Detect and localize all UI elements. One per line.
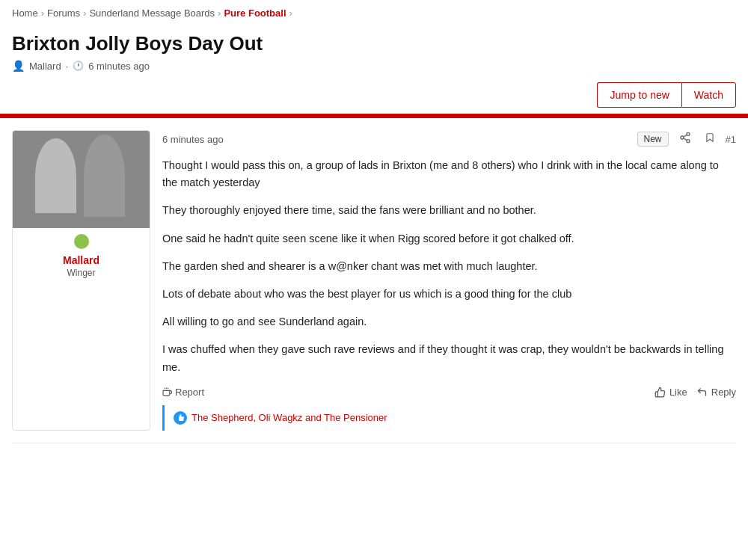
post-actions-right: New #1 [637, 130, 736, 148]
post-footer: Report Like [162, 387, 736, 398]
post-paragraph-4: The garden shed and shearer is a w@nker … [162, 258, 736, 275]
post-footer-left: Report [162, 387, 204, 398]
breadcrumb-sep-4: › [289, 7, 292, 19]
post-timestamp: 6 minutes ago [162, 134, 224, 145]
online-dot [74, 234, 89, 249]
post-content: 6 minutes ago New [162, 130, 736, 431]
report-button[interactable]: Report [162, 387, 204, 398]
breadcrumb: Home › Forums › Sunderland Message Board… [0, 0, 748, 26]
breadcrumb-forums[interactable]: Forums [47, 7, 80, 19]
username[interactable]: Mallard [63, 254, 99, 266]
online-badge [74, 234, 89, 251]
bookmark-button[interactable] [702, 130, 718, 148]
post-number: #1 [726, 134, 736, 145]
breadcrumb-sunderland[interactable]: Sunderland Message Boards [89, 7, 215, 19]
user-icon: 👤 [12, 60, 25, 72]
liked-by-strip: The Shepherd, Oli Wagkz and The Pensione… [162, 405, 736, 431]
like-blue-icon [174, 411, 187, 425]
like-button[interactable]: Like [654, 387, 687, 398]
action-bar: Jump to new Watch [0, 76, 748, 114]
user-role: Winger [67, 268, 95, 278]
svg-line-3 [683, 138, 687, 141]
like-label: Like [669, 387, 687, 398]
jump-to-new-button[interactable]: Jump to new [597, 82, 681, 108]
post-list: Mallard Winger 6 minutes ago New [0, 118, 748, 443]
page-title: Brixton Jolly Boys Day Out [12, 32, 736, 55]
avatar-figure [13, 131, 150, 228]
post-paragraph-5: Lots of debate about who was the best pl… [162, 286, 736, 303]
meta-separator: · [66, 61, 69, 72]
post-paragraph-6: All willing to go and see Sunderland aga… [162, 313, 736, 330]
post-author: Mallard [29, 61, 61, 72]
report-label: Report [175, 387, 204, 398]
post-time-meta: 6 minutes ago [88, 61, 150, 72]
post-header: 6 minutes ago New [162, 130, 736, 148]
breadcrumb-home[interactable]: Home [12, 7, 38, 19]
svg-line-4 [683, 135, 687, 137]
post-paragraph-1: Thought I would pass this on, a group of… [162, 157, 736, 191]
clock-icon: 🕐 [73, 61, 84, 71]
share-button[interactable] [676, 130, 694, 148]
svg-point-1 [681, 136, 684, 139]
avatar [13, 131, 150, 228]
svg-point-2 [687, 140, 690, 143]
post-meta: 👤 Mallard · 🕐 6 minutes ago [12, 60, 736, 72]
breadcrumb-current: Pure Football [224, 7, 286, 19]
breadcrumb-sep-2: › [83, 7, 86, 19]
watch-button[interactable]: Watch [681, 82, 736, 108]
user-card: Mallard Winger [12, 130, 150, 431]
post-paragraph-3: One said he hadn't quite seen scene like… [162, 230, 736, 247]
likers-names[interactable]: The Shepherd, Oli Wagkz and The Pensione… [191, 412, 387, 423]
new-badge: New [637, 132, 669, 147]
post-paragraph-7: I was chuffed when they gave such rave r… [162, 341, 736, 375]
reply-button[interactable]: Reply [696, 387, 736, 398]
breadcrumb-sep-3: › [218, 7, 221, 19]
table-row: Mallard Winger 6 minutes ago New [12, 118, 736, 443]
svg-point-0 [687, 132, 690, 135]
post-body: Thought I would pass this on, a group of… [162, 157, 736, 376]
post-footer-right: Like Reply [654, 387, 736, 398]
post-paragraph-2: They thoroughly enjoyed there time, said… [162, 202, 736, 219]
page-title-area: Brixton Jolly Boys Day Out 👤 Mallard · 🕐… [0, 26, 748, 76]
reply-label: Reply [711, 387, 736, 398]
breadcrumb-sep-1: › [41, 7, 44, 19]
